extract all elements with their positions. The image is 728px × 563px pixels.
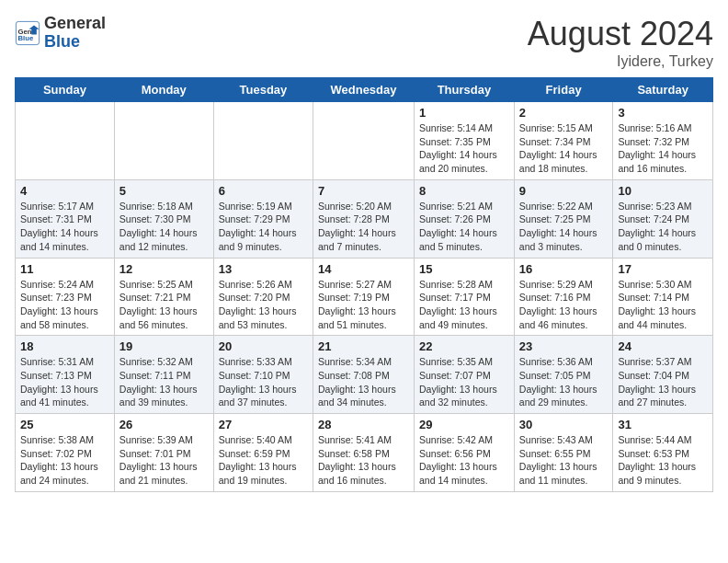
logo-icon: Gene Blue [15,20,40,46]
day-info: Sunrise: 5:22 AM Sunset: 7:25 PM Dayligh… [519,200,609,254]
day-info: Sunrise: 5:35 AM Sunset: 7:07 PM Dayligh… [419,355,509,409]
calendar-cell: 6Sunrise: 5:19 AM Sunset: 7:29 PM Daylig… [213,179,313,258]
day-info: Sunrise: 5:38 AM Sunset: 7:02 PM Dayligh… [20,433,109,488]
day-info: Sunrise: 5:39 AM Sunset: 7:01 PM Dayligh… [119,433,209,488]
svg-text:Blue: Blue [18,34,34,42]
calendar-cell [213,102,313,180]
calendar-cell: 14Sunrise: 5:27 AM Sunset: 7:19 PM Dayli… [313,258,415,336]
day-number: 24 [618,339,708,353]
calendar-cell: 24Sunrise: 5:37 AM Sunset: 7:04 PM Dayli… [613,336,713,414]
calendar-cell: 2Sunrise: 5:15 AM Sunset: 7:34 PM Daylig… [514,102,613,180]
day-number: 13 [219,262,308,276]
day-info: Sunrise: 5:24 AM Sunset: 7:23 PM Dayligh… [20,278,109,332]
day-info: Sunrise: 5:37 AM Sunset: 7:04 PM Dayligh… [618,355,708,409]
day-number: 28 [318,418,409,431]
calendar-cell: 30Sunrise: 5:43 AM Sunset: 6:55 PM Dayli… [514,414,613,492]
calendar-cell: 12Sunrise: 5:25 AM Sunset: 7:21 PM Dayli… [114,258,213,336]
calendar-week-row: 18Sunrise: 5:31 AM Sunset: 7:13 PM Dayli… [16,336,713,414]
calendar-cell: 11Sunrise: 5:24 AM Sunset: 7:23 PM Dayli… [16,258,115,336]
day-number: 27 [219,418,308,431]
day-number: 2 [519,106,609,120]
day-number: 26 [119,418,209,431]
calendar-week-row: 25Sunrise: 5:38 AM Sunset: 7:02 PM Dayli… [16,414,713,492]
day-info: Sunrise: 5:44 AM Sunset: 6:53 PM Dayligh… [618,433,708,488]
day-info: Sunrise: 5:25 AM Sunset: 7:21 PM Dayligh… [119,278,209,332]
day-number: 7 [318,184,409,198]
day-info: Sunrise: 5:34 AM Sunset: 7:08 PM Dayligh… [318,355,409,409]
page-header: Gene Blue General Blue August 2024 Iyide… [15,15,713,70]
calendar-cell: 19Sunrise: 5:32 AM Sunset: 7:11 PM Dayli… [114,336,213,414]
calendar-cell [16,102,115,180]
calendar-cell: 20Sunrise: 5:33 AM Sunset: 7:10 PM Dayli… [213,336,313,414]
day-info: Sunrise: 5:26 AM Sunset: 7:20 PM Dayligh… [219,278,308,332]
day-number: 20 [219,339,308,353]
day-info: Sunrise: 5:40 AM Sunset: 6:59 PM Dayligh… [219,433,308,488]
logo: Gene Blue General Blue [15,15,106,52]
day-number: 10 [618,184,708,198]
day-info: Sunrise: 5:41 AM Sunset: 6:58 PM Dayligh… [318,433,409,488]
calendar-header-monday: Monday [114,78,213,102]
calendar-cell: 10Sunrise: 5:23 AM Sunset: 7:24 PM Dayli… [613,179,713,258]
location-subtitle: Iyidere, Turkey [528,53,713,70]
calendar-cell: 9Sunrise: 5:22 AM Sunset: 7:25 PM Daylig… [514,179,613,258]
day-info: Sunrise: 5:32 AM Sunset: 7:11 PM Dayligh… [119,355,209,409]
day-number: 8 [419,184,509,198]
logo-blue-text: Blue [44,33,106,52]
calendar-cell: 4Sunrise: 5:17 AM Sunset: 7:31 PM Daylig… [16,179,115,258]
calendar-cell: 27Sunrise: 5:40 AM Sunset: 6:59 PM Dayli… [213,414,313,492]
calendar-week-row: 1Sunrise: 5:14 AM Sunset: 7:35 PM Daylig… [16,102,713,180]
calendar-header-sunday: Sunday [16,78,115,102]
calendar-cell: 25Sunrise: 5:38 AM Sunset: 7:02 PM Dayli… [16,414,115,492]
calendar-cell: 22Sunrise: 5:35 AM Sunset: 7:07 PM Dayli… [415,336,515,414]
day-number: 1 [419,106,509,120]
day-info: Sunrise: 5:19 AM Sunset: 7:29 PM Dayligh… [219,200,308,254]
calendar-header-tuesday: Tuesday [213,78,313,102]
day-number: 21 [318,339,409,353]
calendar-week-row: 4Sunrise: 5:17 AM Sunset: 7:31 PM Daylig… [16,179,713,258]
day-number: 25 [20,418,109,431]
day-number: 18 [20,339,109,353]
calendar-cell: 17Sunrise: 5:30 AM Sunset: 7:14 PM Dayli… [613,258,713,336]
calendar-header-row: SundayMondayTuesdayWednesdayThursdayFrid… [16,78,713,102]
day-info: Sunrise: 5:18 AM Sunset: 7:30 PM Dayligh… [119,200,209,254]
calendar-header-friday: Friday [514,78,613,102]
day-info: Sunrise: 5:16 AM Sunset: 7:32 PM Dayligh… [618,121,708,176]
day-number: 4 [20,184,109,198]
day-info: Sunrise: 5:42 AM Sunset: 6:56 PM Dayligh… [419,433,509,488]
day-info: Sunrise: 5:30 AM Sunset: 7:14 PM Dayligh… [618,278,708,332]
day-info: Sunrise: 5:28 AM Sunset: 7:17 PM Dayligh… [419,278,509,332]
day-number: 16 [519,262,609,276]
day-number: 5 [119,184,209,198]
day-info: Sunrise: 5:43 AM Sunset: 6:55 PM Dayligh… [519,433,609,488]
day-number: 3 [618,106,708,120]
calendar-week-row: 11Sunrise: 5:24 AM Sunset: 7:23 PM Dayli… [16,258,713,336]
calendar-cell: 29Sunrise: 5:42 AM Sunset: 6:56 PM Dayli… [415,414,515,492]
calendar-cell: 31Sunrise: 5:44 AM Sunset: 6:53 PM Dayli… [613,414,713,492]
calendar-cell: 8Sunrise: 5:21 AM Sunset: 7:26 PM Daylig… [415,179,515,258]
calendar-cell: 28Sunrise: 5:41 AM Sunset: 6:58 PM Dayli… [313,414,415,492]
day-info: Sunrise: 5:21 AM Sunset: 7:26 PM Dayligh… [419,200,509,254]
day-info: Sunrise: 5:36 AM Sunset: 7:05 PM Dayligh… [519,355,609,409]
day-number: 12 [119,262,209,276]
day-number: 23 [519,339,609,353]
month-year-title: August 2024 [528,15,713,53]
day-info: Sunrise: 5:15 AM Sunset: 7:34 PM Dayligh… [519,121,609,176]
day-number: 14 [318,262,409,276]
day-info: Sunrise: 5:33 AM Sunset: 7:10 PM Dayligh… [219,355,308,409]
calendar-cell [114,102,213,180]
day-number: 30 [519,418,609,431]
logo-general-text: General [44,15,106,33]
calendar-cell: 7Sunrise: 5:20 AM Sunset: 7:28 PM Daylig… [313,179,415,258]
day-number: 15 [419,262,509,276]
calendar-header-thursday: Thursday [415,78,515,102]
day-info: Sunrise: 5:17 AM Sunset: 7:31 PM Dayligh… [20,200,109,254]
calendar-header-wednesday: Wednesday [313,78,415,102]
day-number: 6 [219,184,308,198]
calendar-cell: 13Sunrise: 5:26 AM Sunset: 7:20 PM Dayli… [213,258,313,336]
calendar-cell: 26Sunrise: 5:39 AM Sunset: 7:01 PM Dayli… [114,414,213,492]
day-info: Sunrise: 5:23 AM Sunset: 7:24 PM Dayligh… [618,200,708,254]
calendar-cell: 18Sunrise: 5:31 AM Sunset: 7:13 PM Dayli… [16,336,115,414]
day-number: 17 [618,262,708,276]
day-number: 9 [519,184,609,198]
day-info: Sunrise: 5:27 AM Sunset: 7:19 PM Dayligh… [318,278,409,332]
